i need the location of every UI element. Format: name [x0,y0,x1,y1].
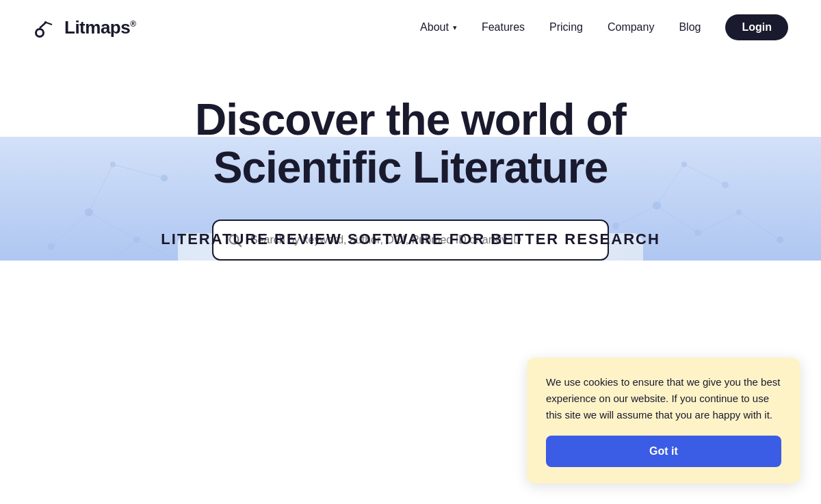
logo-text: Litmaps® [64,17,136,38]
nav-features[interactable]: Features [482,21,525,34]
nav-links: About ▾ Features Pricing Company Blog Lo… [420,14,788,40]
navbar: Litmaps® About ▾ Features Pricing Compan… [0,0,821,55]
login-button[interactable]: Login [725,14,788,40]
cookie-banner: We use cookies to ensure that we give yo… [527,358,800,483]
nav-blog[interactable]: Blog [679,21,701,34]
cookie-message: We use cookies to ensure that we give yo… [546,374,781,423]
nav-pricing[interactable]: Pricing [549,21,583,34]
hero-section: Discover the world of Scientific Literat… [0,55,821,261]
nav-about[interactable]: About ▾ [420,21,457,34]
logo[interactable]: Litmaps® [33,15,136,40]
got-it-button[interactable]: Got it [546,436,781,467]
hero-title: Discover the world of Scientific Literat… [171,96,650,192]
bottom-tagline: LITERATURE REVIEW SOFTWARE FOR BETTER RE… [0,230,821,248]
chevron-down-icon: ▾ [453,23,457,32]
logo-icon [33,15,57,40]
nav-company[interactable]: Company [608,21,654,34]
svg-point-1 [37,30,42,36]
